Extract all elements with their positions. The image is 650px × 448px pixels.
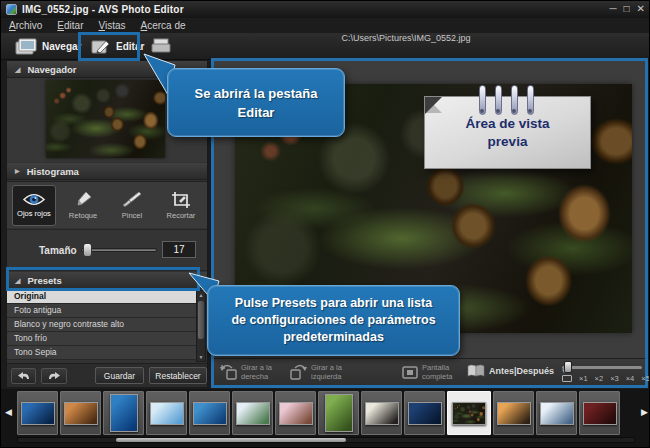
before-after-button[interactable]: Antes|Después ▼ bbox=[467, 364, 567, 378]
filmstrip-thumbnail-green-plant[interactable] bbox=[318, 391, 359, 435]
preset-item-original[interactable]: Original bbox=[7, 290, 197, 304]
histograma-section-header[interactable]: ▶ Histograma bbox=[7, 163, 207, 180]
rotate-left-button[interactable]: Girar a la izquierda bbox=[290, 363, 342, 381]
maximize-button[interactable]: □ bbox=[624, 2, 630, 15]
red-eye-icon bbox=[22, 192, 46, 207]
before-after-label: Antes|Después bbox=[489, 367, 554, 376]
filmstrip-thumbnail-black-bird[interactable] bbox=[361, 391, 402, 435]
navegar-label: Navegar bbox=[42, 41, 81, 52]
undo-button[interactable] bbox=[11, 368, 36, 384]
filmstrip-thumbnail-sky-landscape[interactable] bbox=[232, 391, 273, 435]
thumbnail-image bbox=[236, 402, 270, 425]
filmstrip-right-arrow[interactable]: ▶ bbox=[641, 407, 648, 417]
navegar-button[interactable]: Navegar bbox=[8, 35, 88, 58]
paintbrush-icon bbox=[122, 191, 142, 209]
filmstrip-thumbnail-blue-bubbles[interactable] bbox=[103, 391, 144, 435]
rotate-left-label-line1: Girar a la bbox=[311, 363, 342, 372]
zoom-x1[interactable]: ×1 bbox=[579, 374, 588, 383]
presets-list: Original Foto antigua Blanco y negro con… bbox=[7, 290, 207, 362]
filmstrip-thumbnail-pine-cones[interactable] bbox=[447, 391, 491, 435]
rotate-right-button[interactable]: Girar a la derecha bbox=[220, 363, 272, 381]
thumbnail-image bbox=[150, 402, 184, 425]
recortar-label: Recortar bbox=[167, 211, 196, 220]
close-button[interactable]: ✕ bbox=[637, 2, 645, 15]
navegador-title: Navegador bbox=[27, 64, 76, 75]
menu-vistas[interactable]: Vistas bbox=[98, 20, 125, 31]
collapsed-triangle-icon: ▶ bbox=[15, 168, 20, 174]
menu-bar: Archivo Editar Vistas Acerca de bbox=[1, 18, 650, 33]
preset-item-tono-frio[interactable]: Tono frío bbox=[7, 332, 197, 346]
preset-item-tono-sepia[interactable]: Tono Sepia bbox=[7, 346, 197, 360]
size-label: Tamaño bbox=[39, 245, 77, 256]
menu-editar[interactable]: Editar bbox=[57, 20, 83, 31]
thumbnail-image bbox=[408, 402, 442, 425]
callout-editar-line2: Editar bbox=[168, 103, 344, 122]
ojos-rojos-tool-button[interactable]: Ojos rojos bbox=[12, 185, 56, 226]
redo-arrow-icon bbox=[46, 371, 62, 381]
rotate-left-icon bbox=[290, 364, 307, 380]
zoom-slider-thumb[interactable] bbox=[564, 361, 572, 373]
zoom-x5[interactable]: ×5 bbox=[641, 374, 650, 383]
retoque-tool-button[interactable]: Retoque bbox=[61, 185, 105, 226]
callout-presets-hint: Pulse Presets para abrir una lista de co… bbox=[207, 285, 460, 356]
filmstrip-thumbnail-snow-wave[interactable] bbox=[536, 391, 577, 435]
preview-toolbar: Girar a la derecha Girar a la izquierda bbox=[214, 358, 645, 385]
menu-archivo[interactable]: Archivo bbox=[9, 20, 42, 31]
size-slider-thumb[interactable] bbox=[83, 243, 92, 257]
note-fold-icon bbox=[425, 97, 442, 114]
browse-photos-icon bbox=[15, 38, 37, 55]
scroll-down-icon[interactable]: ▼ bbox=[197, 354, 205, 360]
title-bar: IMG_0552.jpg - AVS Photo Editor ─ □ ✕ bbox=[1, 1, 650, 18]
callout-presets-line2: de configuraciones de parámetros bbox=[208, 312, 459, 329]
fullscreen-button[interactable]: Pantalla completa bbox=[402, 363, 452, 381]
callout-editar-line1: Se abrirá la pestaña bbox=[168, 84, 344, 103]
zoom-slider-track[interactable] bbox=[562, 366, 642, 369]
guardar-button[interactable]: Guardar bbox=[95, 367, 144, 384]
size-slider-track[interactable] bbox=[81, 248, 157, 252]
thumbnail-image bbox=[365, 402, 399, 425]
filmstrip-thumbnail-underwater-scene[interactable] bbox=[189, 391, 230, 435]
thumbnail-image bbox=[64, 402, 98, 425]
retoque-label: Retoque bbox=[69, 211, 97, 220]
preset-item-blanco-y-negro[interactable]: Blanco y negro contraste alto bbox=[7, 318, 197, 332]
thumbnail-image bbox=[325, 394, 353, 432]
rotate-right-label-line2: derecha bbox=[241, 372, 272, 381]
expanded-triangle-icon: ◢ bbox=[15, 66, 20, 73]
pincel-tool-button[interactable]: Pincel bbox=[110, 185, 154, 226]
rotate-right-label-line1: Girar a la bbox=[241, 363, 272, 372]
thumbnail-image bbox=[110, 394, 138, 432]
filmstrip-scrollbar-thumb[interactable] bbox=[116, 438, 346, 442]
zoom-x2[interactable]: ×2 bbox=[595, 374, 604, 383]
menu-acerca-de[interactable]: Acerca de bbox=[141, 20, 186, 31]
filmstrip-thumbnail-underwater-sunburst[interactable] bbox=[146, 391, 187, 435]
preview-note-line2: previa bbox=[425, 133, 590, 151]
zoom-x3[interactable]: ×3 bbox=[610, 374, 619, 383]
filmstrip-thumbnail-diver-watch[interactable] bbox=[60, 391, 101, 435]
zoom-level-labels: ×1 ×2 ×3 ×4 ×5 bbox=[562, 374, 650, 383]
presets-actions-row: Guardar Restablecer bbox=[7, 363, 207, 387]
fit-to-screen-icon[interactable] bbox=[562, 375, 572, 382]
file-path: C:\Users\Pictures\IMG_0552.jpg bbox=[306, 33, 506, 47]
preset-item-foto-antigua[interactable]: Foto antigua bbox=[7, 304, 197, 318]
size-value-field[interactable]: 17 bbox=[162, 241, 196, 258]
filmstrip-left-arrow[interactable]: ◀ bbox=[5, 407, 12, 417]
restablecer-button[interactable]: Restablecer bbox=[149, 367, 207, 384]
callout-editar-tab: Se abrirá la pestaña Editar bbox=[167, 68, 345, 137]
window-title: IMG_0552.jpg - AVS Photo Editor bbox=[22, 4, 184, 15]
presets-scrollbar-thumb[interactable] bbox=[198, 301, 204, 339]
filmstrip-thumbnail-palm-sunset[interactable] bbox=[493, 391, 534, 435]
spiral-ring-icon bbox=[527, 85, 534, 115]
filmstrip-thumbnail-shark-underwater[interactable] bbox=[17, 391, 58, 435]
thumbnail-image bbox=[452, 402, 486, 425]
thumbnail-image bbox=[21, 402, 55, 425]
recortar-tool-button[interactable]: Recortar bbox=[159, 185, 203, 226]
filmstrip-thumbnail-dark-blue-water[interactable] bbox=[404, 391, 445, 435]
zoom-x4[interactable]: ×4 bbox=[626, 374, 635, 383]
size-parameter-row: Tamaño 17 bbox=[7, 229, 207, 271]
redo-button[interactable] bbox=[41, 368, 66, 384]
filmstrip-thumbnail-red-room[interactable] bbox=[579, 391, 620, 435]
minimize-button[interactable]: ─ bbox=[609, 2, 616, 15]
filmstrip-thumbnail-cherry-blossoms[interactable] bbox=[275, 391, 316, 435]
filmstrip-scrollbar[interactable] bbox=[17, 437, 635, 443]
retouch-stamp-icon bbox=[73, 191, 93, 209]
